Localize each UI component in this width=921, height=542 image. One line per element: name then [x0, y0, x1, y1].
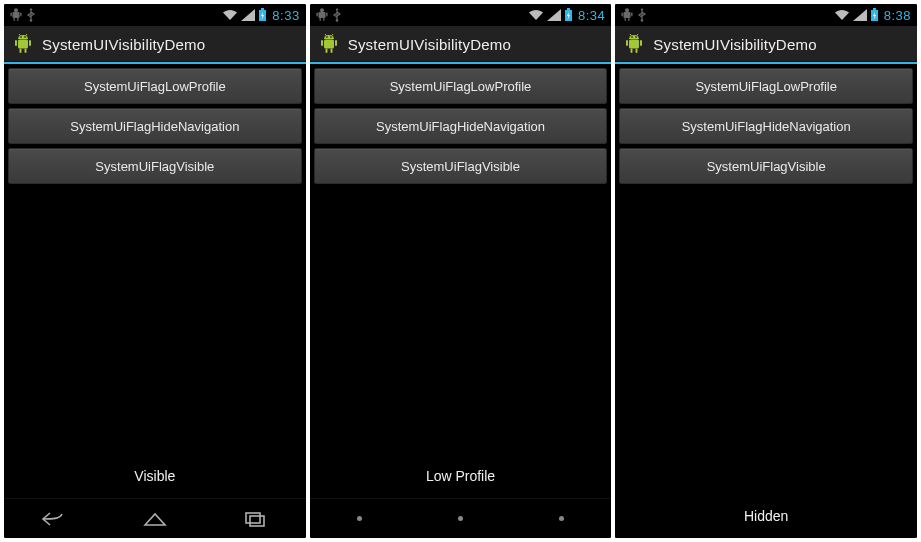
action-bar: SystemUIVisibilityDemo — [615, 26, 917, 64]
svg-point-45 — [625, 8, 629, 12]
svg-point-51 — [641, 19, 644, 22]
visibility-status-label: Visible — [4, 468, 306, 484]
home-button[interactable] — [432, 505, 488, 533]
visible-button[interactable]: SystemUiFlagVisible — [314, 148, 608, 184]
visibility-status-label: Hidden — [615, 508, 917, 524]
hide-navigation-button[interactable]: SystemUiFlagHideNavigation — [314, 108, 608, 144]
svg-rect-16 — [25, 49, 27, 54]
svg-rect-4 — [14, 18, 15, 21]
svg-point-64 — [636, 36, 638, 38]
navigation-bar-low-profile — [310, 498, 612, 538]
recents-icon — [242, 510, 268, 528]
status-clock: 8:38 — [884, 8, 911, 23]
dot-icon — [357, 516, 362, 521]
svg-line-17 — [19, 34, 21, 36]
svg-line-61 — [630, 34, 632, 36]
battery-charging-icon — [258, 8, 267, 22]
signal-icon — [853, 9, 867, 21]
svg-rect-10 — [261, 8, 264, 10]
svg-rect-12 — [18, 40, 28, 49]
svg-rect-26 — [326, 13, 327, 17]
svg-line-40 — [325, 34, 327, 36]
battery-charging-icon — [564, 8, 573, 22]
svg-rect-46 — [622, 13, 623, 17]
svg-point-42 — [326, 36, 328, 38]
svg-line-62 — [637, 34, 639, 36]
svg-marker-8 — [241, 9, 255, 21]
content-area: SystemUiFlagLowProfile SystemUiFlagHideN… — [4, 64, 306, 498]
svg-rect-27 — [319, 18, 320, 21]
svg-rect-56 — [629, 40, 639, 49]
dot-icon — [559, 516, 564, 521]
low-profile-button[interactable]: SystemUiFlagLowProfile — [314, 68, 608, 104]
usb-dim-icon — [26, 8, 36, 22]
wifi-icon — [222, 9, 238, 21]
svg-rect-3 — [20, 13, 21, 17]
svg-rect-57 — [626, 40, 628, 46]
bugdroid-icon — [623, 33, 645, 55]
device-screen-low-profile: 8:34 SystemUIVisibilityDemo SystemUiFlag… — [310, 4, 612, 538]
svg-marker-29 — [335, 8, 338, 10]
svg-point-63 — [632, 36, 634, 38]
svg-rect-44 — [624, 12, 631, 18]
signal-icon — [241, 9, 255, 21]
svg-rect-14 — [29, 40, 31, 46]
hide-navigation-button[interactable]: SystemUiFlagHideNavigation — [8, 108, 302, 144]
hide-navigation-button[interactable]: SystemUiFlagHideNavigation — [619, 108, 913, 144]
svg-point-43 — [330, 36, 332, 38]
status-clock: 8:33 — [272, 8, 299, 23]
recents-button[interactable] — [533, 505, 589, 533]
home-button[interactable] — [127, 505, 183, 533]
status-bar: 8:33 — [4, 4, 306, 26]
svg-rect-21 — [246, 513, 260, 523]
device-screen-hidden: 8:38 SystemUIVisibilityDemo SystemUiFlag… — [615, 4, 917, 538]
visibility-status-label: Low Profile — [310, 468, 612, 484]
content-area: SystemUiFlagLowProfile SystemUiFlagHideN… — [310, 64, 612, 498]
dot-icon — [458, 516, 463, 521]
svg-point-1 — [14, 8, 18, 12]
content-area: SystemUiFlagLowProfile SystemUiFlagHideN… — [615, 64, 917, 538]
home-icon — [141, 510, 169, 528]
svg-rect-35 — [324, 40, 334, 49]
low-profile-button[interactable]: SystemUiFlagLowProfile — [619, 68, 913, 104]
back-icon — [40, 510, 68, 528]
svg-point-30 — [335, 19, 338, 22]
usb-dim-icon — [637, 8, 647, 22]
visible-button[interactable]: SystemUiFlagVisible — [8, 148, 302, 184]
device-screen-visible: 8:33 SystemUIVisibilityDemo SystemUiFlag… — [4, 4, 306, 538]
svg-rect-15 — [20, 49, 22, 54]
app-title: SystemUIVisibilityDemo — [42, 36, 205, 53]
svg-line-18 — [26, 34, 28, 36]
svg-marker-52 — [853, 9, 867, 21]
svg-rect-25 — [316, 13, 317, 17]
svg-rect-38 — [325, 49, 327, 54]
svg-rect-5 — [17, 18, 18, 21]
status-bar: 8:38 — [615, 4, 917, 26]
back-button[interactable] — [26, 505, 82, 533]
svg-rect-39 — [330, 49, 332, 54]
action-bar: SystemUIVisibilityDemo — [310, 26, 612, 64]
visible-button[interactable]: SystemUiFlagVisible — [619, 148, 913, 184]
svg-rect-59 — [631, 49, 633, 54]
svg-rect-36 — [321, 40, 323, 46]
signal-icon — [547, 9, 561, 21]
bugdroid-icon — [318, 33, 340, 55]
bugdroid-dim-icon — [316, 8, 328, 22]
usb-dim-icon — [332, 8, 342, 22]
svg-marker-31 — [547, 9, 561, 21]
app-title: SystemUIVisibilityDemo — [653, 36, 816, 53]
svg-rect-47 — [632, 13, 633, 17]
recents-button[interactable] — [227, 505, 283, 533]
svg-rect-28 — [323, 18, 324, 21]
wifi-icon — [528, 9, 544, 21]
svg-marker-50 — [641, 8, 644, 10]
bugdroid-dim-icon — [10, 8, 22, 22]
bugdroid-icon — [12, 33, 34, 55]
back-button[interactable] — [332, 505, 388, 533]
low-profile-button[interactable]: SystemUiFlagLowProfile — [8, 68, 302, 104]
svg-rect-0 — [13, 12, 20, 18]
svg-point-19 — [20, 36, 22, 38]
svg-marker-6 — [30, 8, 33, 10]
status-bar: 8:34 — [310, 4, 612, 26]
svg-rect-2 — [11, 13, 12, 17]
